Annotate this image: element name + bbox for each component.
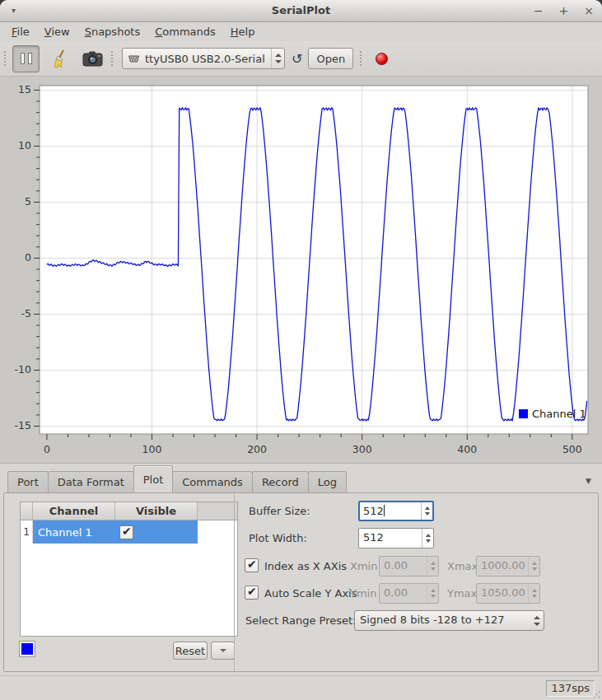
plot-settings-panel: Buffer Size: 512 Plot Width: 512 Index a… <box>234 493 598 671</box>
plot-canvas[interactable]: -15-10-50510150100200300400500 <box>0 77 602 464</box>
sps-indicator: 137sps <box>546 680 595 697</box>
reset-menu-button[interactable] <box>211 642 235 660</box>
tab-port[interactable]: Port <box>7 471 49 492</box>
svg-text:-15: -15 <box>15 419 31 432</box>
menu-view[interactable]: View <box>37 24 77 40</box>
range-preset-spinner <box>530 611 544 630</box>
index-as-x-checkbox[interactable] <box>245 558 259 572</box>
maximize-button[interactable]: + <box>559 3 569 18</box>
svg-text:-5: -5 <box>21 307 31 320</box>
svg-text:400: 400 <box>457 443 477 455</box>
spin-down-icon <box>425 512 430 516</box>
ymax-label: Ymax <box>447 583 477 604</box>
plot-width-label: Plot Width: <box>249 528 307 548</box>
ymax-spinner <box>528 584 539 603</box>
xmin-input: 0.00 <box>379 556 439 576</box>
menubar: File View Snapshots Commands Help <box>0 22 602 41</box>
visible-column-header[interactable]: Visible <box>115 502 198 520</box>
xmax-spinner <box>528 557 539 576</box>
dropdown-arrow-icon <box>220 649 226 652</box>
menu-snapshots[interactable]: Snapshots <box>77 24 148 40</box>
record-icon[interactable] <box>376 53 388 65</box>
resize-grip[interactable] <box>591 689 601 699</box>
toolbar-handle[interactable] <box>111 51 115 66</box>
camera-icon <box>82 50 103 67</box>
toolbar-handle[interactable] <box>360 51 364 66</box>
range-preset-label: Select Range Preset: <box>245 610 357 631</box>
tab-commands[interactable]: Commands <box>172 471 253 492</box>
channel-name-cell[interactable]: Channel 1 <box>33 526 112 539</box>
reset-button[interactable]: Reset <box>173 642 208 660</box>
plot-width-input[interactable]: 512 <box>358 528 434 548</box>
xmax-input: 1000.00 <box>476 556 540 576</box>
buffer-size-spinner[interactable] <box>421 502 432 520</box>
combo-spinner[interactable] <box>271 49 284 68</box>
broom-icon <box>52 49 70 68</box>
port-combobox[interactable]: ttyUSB0 USB2.0-Serial <box>122 48 285 69</box>
snapshot-button[interactable] <box>78 45 106 72</box>
tab-data-format[interactable]: Data Format <box>48 471 134 492</box>
svg-text:15: 15 <box>18 83 31 96</box>
svg-text:10: 10 <box>18 139 31 152</box>
ymin-label: Ymin <box>350 583 376 604</box>
tabbar: Port Data Format Plot Commands Record Lo… <box>0 464 602 492</box>
channel-table: Channel Visible 1 Channel 1 <box>20 502 238 637</box>
channel-column-header[interactable]: Channel <box>33 502 115 520</box>
table-row[interactable]: 1 Channel 1 <box>21 520 237 544</box>
channel-visible-checkbox[interactable] <box>119 525 133 539</box>
svg-text:0: 0 <box>44 443 50 455</box>
xmin-label: Xmin <box>350 556 377 576</box>
channels-panel: Channel Visible 1 Channel 1 Reset <box>4 493 234 671</box>
svg-text:500: 500 <box>562 443 582 455</box>
menu-file[interactable]: File <box>4 24 37 40</box>
text-caret <box>384 505 385 516</box>
close-button[interactable]: × <box>584 3 594 18</box>
svg-text:-10: -10 <box>15 363 31 376</box>
plot-legend[interactable]: Channel 1 <box>519 408 586 420</box>
spin-up-icon <box>275 54 282 57</box>
tab-record[interactable]: Record <box>252 471 309 492</box>
buffer-size-label: Buffer Size: <box>249 501 310 521</box>
range-preset-combobox[interactable]: Signed 8 bits -128 to +127 <box>354 610 544 631</box>
spin-up-icon <box>426 534 431 537</box>
svg-text:5: 5 <box>25 195 31 208</box>
refresh-ports-button[interactable]: ↺ <box>292 51 302 67</box>
index-as-x-label[interactable]: Index as X AXis <box>264 556 347 576</box>
channel-row-selection[interactable]: Channel 1 <box>33 520 198 544</box>
menu-commands[interactable]: Commands <box>147 24 223 40</box>
channel-table-header: Channel Visible <box>21 502 237 520</box>
spin-up-icon <box>425 506 430 510</box>
ymax-input: 1050.00 <box>476 583 540 604</box>
open-port-button[interactable]: Open <box>308 48 353 69</box>
ymin-input: 0.00 <box>379 583 439 604</box>
xmax-label: Xmax <box>447 556 478 576</box>
plot-widget: -15-10-50510150100200300400500 Channel 1 <box>0 77 602 464</box>
tab-plot[interactable]: Plot <box>133 465 174 492</box>
auto-scale-y-checkbox[interactable] <box>245 586 259 600</box>
ymin-spinner <box>427 584 438 603</box>
buffer-size-input[interactable]: 512 <box>358 501 434 521</box>
legend-label: Channel 1 <box>532 408 586 420</box>
minimize-button[interactable]: − <box>534 3 544 18</box>
svg-text:0: 0 <box>25 251 31 264</box>
toolbar-handle[interactable] <box>4 51 8 66</box>
spin-down-icon <box>534 623 540 626</box>
clear-plot-button[interactable] <box>47 45 75 72</box>
row-number-header <box>21 502 33 520</box>
svg-text:200: 200 <box>247 443 267 455</box>
pause-button[interactable] <box>12 45 40 72</box>
auto-scale-y-label[interactable]: Auto Scale Y Axis <box>264 583 357 604</box>
channel-color-swatch[interactable] <box>20 642 35 656</box>
port-combobox-value: ttyUSB0 USB2.0-Serial <box>145 53 265 65</box>
plot-width-spinner[interactable] <box>422 529 433 548</box>
spin-down-icon <box>426 539 431 543</box>
menu-help[interactable]: Help <box>223 24 263 40</box>
svg-text:100: 100 <box>142 443 162 455</box>
panel-collapse-button[interactable]: ▼ <box>586 477 591 485</box>
spin-up-icon <box>534 616 540 619</box>
tab-log[interactable]: Log <box>308 471 347 492</box>
settings-tabs: Port Data Format Plot Commands Record Lo… <box>0 464 602 675</box>
legend-marker-icon <box>519 409 528 418</box>
titlebar[interactable]: ▾ SerialPlot − + × <box>0 0 602 22</box>
pause-icon <box>21 53 32 64</box>
